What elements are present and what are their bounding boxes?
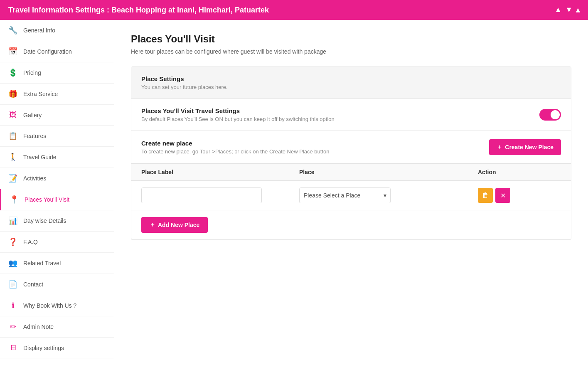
sidebar-label-faq: F.A.Q (23, 239, 38, 245)
sidebar-item-pricing[interactable]: 💲 Pricing (0, 62, 114, 84)
sidebar-icon-day-wise-details: 📊 (8, 216, 17, 225)
sidebar-label-date-configuration: Date Configuration (23, 48, 72, 55)
sidebar-icon-why-book-with-us: ℹ (8, 301, 17, 310)
sidebar-label-places-youll-visit: Places You'll Visit (25, 196, 69, 203)
table-row: Please Select a Place ▾ 🗑 ✕ (131, 181, 571, 210)
header-controls: ▲ ▼ ▴ (554, 5, 580, 15)
add-new-place-label: Add New Place (158, 222, 199, 228)
sidebar-item-activities[interactable]: 📝 Activities (0, 168, 114, 189)
sidebar-label-features: Features (23, 133, 46, 139)
sidebar-label-pricing: Pricing (23, 69, 41, 76)
chevron-down-icon[interactable]: ▼ (565, 5, 573, 15)
add-new-place-wrapper: ＋ Add New Place (131, 217, 571, 233)
place-select[interactable]: Please Select a Place (299, 187, 391, 203)
sidebar-item-faq[interactable]: ❓ F.A.Q (0, 232, 114, 253)
sidebar-label-general-info: General Info (23, 27, 55, 34)
sidebar-icon-general-info: 🔧 (8, 26, 17, 35)
create-place-text: Create new place To create new place, go… (141, 140, 329, 155)
main-content: Places You'll Visit Here tour places can… (114, 20, 588, 370)
add-new-place-button[interactable]: ＋ Add New Place (141, 217, 208, 233)
sidebar-icon-extra-service: 🎁 (8, 89, 17, 99)
app-header: Travel Information Settings : Beach Hopp… (0, 0, 588, 20)
delete-row-button[interactable]: 🗑 (478, 188, 493, 203)
sidebar-item-related-travel[interactable]: 👥 Related Travel (0, 253, 114, 274)
page-subtitle: Here tour places can be configured where… (131, 48, 571, 55)
sidebar-label-extra-service: Extra Service (23, 91, 58, 97)
travel-settings-desc: By default Places You'll See is ON but y… (141, 116, 335, 122)
travel-settings-toggle[interactable] (539, 109, 561, 121)
chevron-up-icon[interactable]: ▲ (554, 5, 562, 15)
sidebar-label-related-travel: Related Travel (23, 260, 61, 266)
travel-settings-title: Places You'll Visit Travel Settings (141, 107, 335, 114)
place-select-cell: Please Select a Place ▾ (299, 187, 478, 203)
travel-settings-section: Places You'll Visit Travel Settings By d… (131, 99, 571, 131)
place-settings-title: Place Settings (141, 75, 561, 82)
sidebar-item-why-book-with-us[interactable]: ℹ Why Book With Us ? (0, 295, 114, 316)
sidebar-item-contact[interactable]: 📄 Contact (0, 274, 114, 295)
sidebar-icon-travel-guide: 🚶 (8, 153, 17, 162)
sidebar-icon-places-youll-visit: 📍 (10, 195, 19, 204)
places-card: Place Settings You can set your future p… (131, 67, 571, 240)
main-layout: 🔧 General Info 📅 Date Configuration 💲 Pr… (0, 20, 588, 370)
create-place-title: Create new place (141, 140, 329, 147)
page-title: Places You'll Visit (131, 33, 571, 45)
col-action: Action (478, 169, 561, 175)
sidebar-item-extra-service[interactable]: 🎁 Extra Service (0, 84, 114, 105)
sidebar-label-why-book-with-us: Why Book With Us ? (23, 302, 76, 309)
create-new-place-label: Create New Place (505, 144, 554, 150)
sidebar-label-display-settings: Display settings (23, 345, 64, 351)
arrow-up-icon[interactable]: ▴ (576, 5, 580, 15)
travel-settings-header: Places You'll Visit Travel Settings By d… (141, 107, 561, 122)
place-settings-desc: You can set your future places here. (141, 84, 561, 90)
sidebar-label-activities: Activities (23, 175, 46, 182)
sidebar-label-gallery: Gallery (23, 112, 42, 118)
sidebar-icon-related-travel: 👥 (8, 259, 17, 268)
sidebar-icon-features: 📋 (8, 131, 17, 141)
action-btns: 🗑 ✕ (478, 188, 561, 203)
sidebar-icon-date-configuration: 📅 (8, 47, 17, 56)
toggle-track[interactable] (539, 109, 561, 121)
sidebar-item-display-settings[interactable]: 🖥 Display settings (0, 338, 114, 358)
sidebar-icon-admin-note: ✏ (8, 322, 17, 331)
sidebar-icon-gallery: 🖼 (8, 111, 17, 119)
create-place-header: Create new place To create new place, go… (141, 139, 561, 155)
sidebar-item-day-wise-details[interactable]: 📊 Day wise Details (0, 210, 114, 232)
sidebar: 🔧 General Info 📅 Date Configuration 💲 Pr… (0, 20, 114, 370)
travel-settings-text: Places You'll Visit Travel Settings By d… (141, 107, 335, 122)
sidebar-item-travel-guide[interactable]: 🚶 Travel Guide (0, 147, 114, 168)
sidebar-item-features[interactable]: 📋 Features (0, 126, 114, 147)
sidebar-icon-display-settings: 🖥 (8, 343, 17, 352)
place-settings-section: Place Settings You can set your future p… (131, 67, 571, 99)
place-label-cell (141, 187, 299, 203)
sidebar-icon-faq: ❓ (8, 237, 17, 247)
table-header: Place Label Place Action (131, 164, 571, 181)
remove-row-button[interactable]: ✕ (495, 188, 510, 203)
create-new-place-button[interactable]: ＋ Create New Place (489, 139, 561, 155)
plus-icon: ＋ (150, 221, 155, 229)
sidebar-item-places-youll-visit[interactable]: 📍 Places You'll Visit (0, 189, 114, 210)
toggle-thumb (551, 110, 560, 119)
col-place-label: Place Label (141, 169, 299, 175)
plus-icon: ＋ (497, 143, 502, 151)
sidebar-icon-activities: 📝 (8, 174, 17, 183)
sidebar-item-date-configuration[interactable]: 📅 Date Configuration (0, 41, 114, 62)
sidebar-item-general-info[interactable]: 🔧 General Info (0, 20, 114, 41)
create-place-desc: To create new place, go Tour->Places; or… (141, 148, 329, 155)
sidebar-label-contact: Contact (23, 281, 43, 288)
col-place: Place (299, 169, 478, 175)
create-place-section: Create new place To create new place, go… (131, 131, 571, 164)
sidebar-icon-pricing: 💲 (8, 68, 17, 77)
sidebar-item-gallery[interactable]: 🖼 Gallery (0, 105, 114, 126)
sidebar-label-travel-guide: Travel Guide (23, 154, 57, 160)
place-select-wrapper: Please Select a Place ▾ (299, 187, 391, 203)
sidebar-item-admin-note[interactable]: ✏ Admin Note (0, 316, 114, 338)
trash-icon: 🗑 (482, 192, 489, 199)
place-label-input[interactable] (141, 187, 262, 203)
sidebar-icon-contact: 📄 (8, 280, 17, 289)
close-icon: ✕ (500, 192, 506, 200)
sidebar-label-admin-note: Admin Note (23, 323, 54, 330)
header-title: Travel Information Settings : Beach Hopp… (8, 6, 554, 15)
sidebar-label-day-wise-details: Day wise Details (23, 217, 66, 224)
